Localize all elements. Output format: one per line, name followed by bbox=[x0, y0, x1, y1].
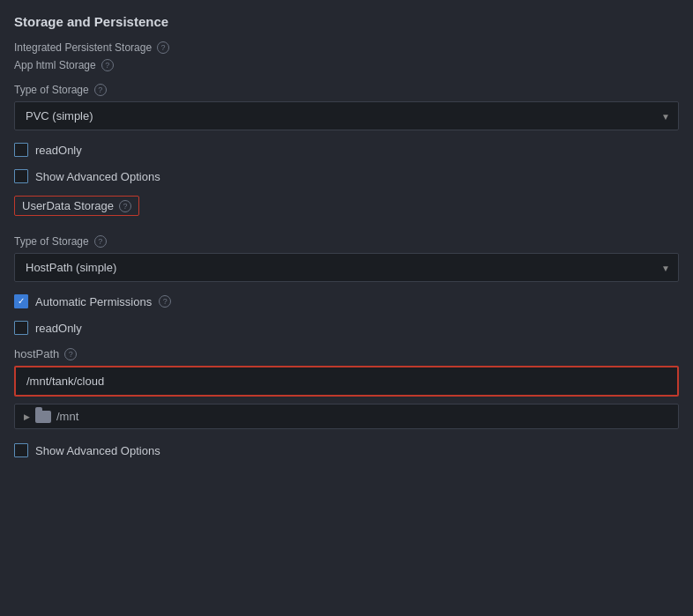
type-of-storage-help-icon-2[interactable]: ? bbox=[94, 235, 107, 248]
automatic-permissions-help-icon[interactable]: ? bbox=[159, 295, 171, 308]
hostpath-dropdown-wrapper: HostPath (simple)PVC (simple)NFSCustom ▼ bbox=[14, 253, 679, 282]
show-advanced2-checkbox-row: Show Advanced Options bbox=[14, 443, 679, 457]
show-advanced2-label: Show Advanced Options bbox=[35, 444, 160, 457]
show-advanced2-checkbox[interactable] bbox=[14, 443, 28, 457]
folder-icon bbox=[35, 411, 51, 423]
automatic-permissions-label: Automatic Permissions bbox=[35, 295, 152, 308]
type-of-storage-help-icon[interactable]: ? bbox=[94, 84, 107, 96]
integrated-storage-row: Integrated Persistent Storage ? bbox=[14, 41, 679, 54]
hostpath-label: hostPath bbox=[14, 347, 59, 360]
show-advanced-checkbox-row: Show Advanced Options bbox=[14, 169, 679, 183]
hostpath-dropdown[interactable]: HostPath (simple)PVC (simple)NFSCustom bbox=[14, 253, 679, 282]
integrated-storage-label: Integrated Persistent Storage bbox=[14, 41, 152, 54]
show-advanced-checkbox[interactable] bbox=[14, 169, 28, 183]
tree-arrow-icon: ▶ bbox=[24, 412, 30, 421]
tree-item-label: /mnt bbox=[56, 410, 78, 423]
readonly2-checkbox[interactable] bbox=[14, 321, 28, 335]
userdata-section: UserData Storage ? bbox=[14, 196, 679, 226]
readonly-checkbox-row: readOnly bbox=[14, 143, 679, 157]
type-of-storage-label: Type of Storage bbox=[14, 84, 89, 96]
pvc-dropdown-wrapper: PVC (simple)HostPath (simple)NFSCustom ▼ bbox=[14, 101, 679, 130]
automatic-permissions-row: Automatic Permissions ? bbox=[14, 294, 679, 308]
readonly-checkbox[interactable] bbox=[14, 143, 28, 157]
type-of-storage-label-row-2: Type of Storage ? bbox=[14, 235, 679, 248]
readonly2-label: readOnly bbox=[35, 322, 82, 335]
readonly-label: readOnly bbox=[35, 144, 82, 157]
show-advanced-label: Show Advanced Options bbox=[35, 170, 160, 183]
bottom-section: Show Advanced Options bbox=[14, 443, 679, 457]
app-html-storage-help-icon[interactable]: ? bbox=[101, 59, 114, 71]
userdata-storage-badge: UserData Storage ? bbox=[14, 196, 139, 216]
hostpath-label-row: hostPath ? bbox=[14, 347, 679, 360]
hostpath-section: hostPath ? ▶ /mnt bbox=[14, 347, 679, 429]
pvc-dropdown[interactable]: PVC (simple)HostPath (simple)NFSCustom bbox=[14, 101, 679, 130]
tree-row-mnt[interactable]: ▶ /mnt bbox=[24, 410, 669, 423]
app-html-storage-label: App html Storage bbox=[14, 59, 96, 71]
type-of-storage-label-row: Type of Storage ? bbox=[14, 84, 679, 96]
integrated-storage-help-icon[interactable]: ? bbox=[157, 41, 169, 54]
userdata-storage-label: UserData Storage bbox=[22, 199, 114, 212]
panel-title: Storage and Persistence bbox=[14, 14, 679, 29]
file-tree: ▶ /mnt bbox=[14, 404, 679, 429]
hostpath-input[interactable] bbox=[14, 366, 679, 397]
type-of-storage-label-2: Type of Storage bbox=[14, 235, 89, 248]
readonly2-checkbox-row: readOnly bbox=[14, 321, 679, 335]
app-html-storage-row: App html Storage ? bbox=[14, 59, 679, 71]
storage-labels-group: Integrated Persistent Storage ? App html… bbox=[14, 41, 679, 71]
automatic-permissions-checkbox[interactable] bbox=[14, 294, 28, 308]
userdata-storage-help-icon[interactable]: ? bbox=[119, 200, 131, 212]
hostpath-help-icon[interactable]: ? bbox=[64, 348, 77, 360]
storage-panel: Storage and Persistence Integrated Persi… bbox=[0, 0, 693, 616]
